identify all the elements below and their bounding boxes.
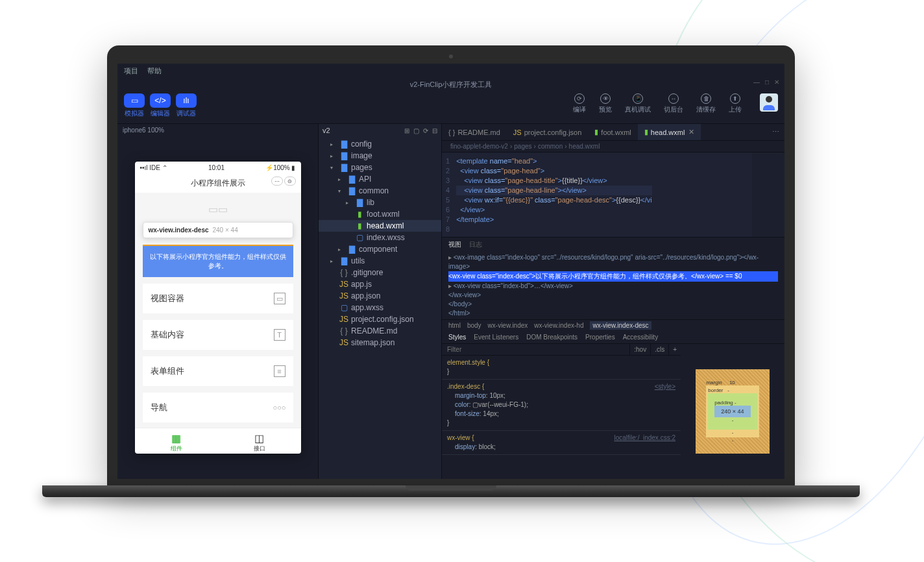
- toolbar-action[interactable]: 🗑清缓存: [696, 93, 716, 114]
- minimize-icon[interactable]: —: [753, 79, 760, 86]
- device-label[interactable]: iphone6 100%: [117, 124, 318, 136]
- simulator-panel: iphone6 100% ••ıl IDE ⌃ 10:01 ⚡100% ▮ 小程…: [117, 124, 319, 479]
- add-rule-icon[interactable]: +: [668, 344, 681, 355]
- styles-filter-input[interactable]: [442, 344, 629, 355]
- inspect-tooltip: wx-view.index-desc240 × 44: [143, 222, 293, 238]
- folder-node[interactable]: ▾▇pages: [319, 162, 441, 173]
- toolbar: ▭ </> ılı 模拟器 编辑器 调试器 ⟳编译👁预览📱真机调试↔切后台🗑清缓…: [117, 91, 784, 123]
- toolbar-action[interactable]: ⟳编译: [573, 93, 586, 114]
- file-node[interactable]: { }README.md: [319, 325, 441, 337]
- label-simulator: 模拟器: [124, 109, 145, 118]
- bottom-tab-view[interactable]: 视图: [448, 240, 461, 249]
- label-debugger: 调试器: [176, 109, 197, 118]
- editor-tab[interactable]: { }README.md: [442, 124, 507, 140]
- file-node[interactable]: ▢index.wxss: [319, 232, 441, 243]
- file-node[interactable]: ▢app.wxss: [319, 302, 441, 313]
- toolbar-action[interactable]: 👁预览: [599, 93, 612, 114]
- folder-node[interactable]: ▸▇lib: [319, 197, 441, 208]
- capsule-more-icon[interactable]: ⋯: [271, 177, 283, 186]
- file-node[interactable]: JSapp.json: [319, 290, 441, 302]
- label-editor: 编辑器: [150, 109, 171, 118]
- new-file-icon[interactable]: ⊞: [404, 127, 409, 134]
- nav-icon: ○○○: [274, 402, 286, 413]
- tab-api[interactable]: ◫接口: [218, 428, 301, 454]
- folder-node[interactable]: ▸▇component: [319, 243, 441, 255]
- file-node[interactable]: ▮head.wxml: [319, 220, 441, 232]
- devtab-accessibility[interactable]: Accessibility: [623, 334, 658, 341]
- app-title: 小程序组件展示: [191, 178, 245, 188]
- devtab-listeners[interactable]: Event Listeners: [474, 334, 518, 341]
- maximize-icon[interactable]: □: [765, 79, 769, 86]
- devtab-breakpoints[interactable]: DOM Breakpoints: [526, 334, 578, 341]
- text-icon: T: [274, 329, 286, 341]
- devtools-panel: 视图 日志 ▸ <wx-image class="index-logo" src…: [442, 237, 784, 479]
- file-node[interactable]: JSproject.config.json: [319, 313, 441, 325]
- dom-tree[interactable]: ▸ <wx-image class="index-logo" src="../r…: [442, 252, 784, 319]
- file-node[interactable]: JSapp.js: [319, 278, 441, 290]
- container-icon: ▭: [274, 293, 286, 304]
- camera-dot: [449, 55, 453, 58]
- close-tab-icon[interactable]: ✕: [688, 128, 694, 136]
- file-explorer: v2 ⊞ ▢ ⟳ ⊟ ▸▇config▸▇image▾▇pages▸▇API▾▇…: [319, 124, 442, 479]
- logo-placeholder: ▭▭: [143, 203, 293, 215]
- bottom-tab-log[interactable]: 日志: [469, 240, 482, 249]
- menubar: 项目 帮助: [117, 64, 784, 79]
- tab-components[interactable]: ▦组件: [135, 428, 218, 454]
- breadcrumb[interactable]: fino-applet-demo-v2›pages›common›head.wx…: [442, 141, 784, 153]
- menu-icon: ≡: [274, 365, 286, 377]
- editor-tab[interactable]: ▮foot.wxml: [588, 124, 637, 140]
- refresh-icon[interactable]: ⟳: [423, 127, 428, 134]
- status-time: 10:01: [208, 164, 225, 171]
- highlighted-element[interactable]: 以下将展示小程序官方组件能力，组件样式仅供参考。: [143, 245, 293, 277]
- toolbar-action[interactable]: ⬆上传: [729, 93, 742, 114]
- list-item[interactable]: 表单组件≡: [143, 356, 293, 386]
- cls-toggle[interactable]: .cls: [650, 344, 668, 355]
- titlebar: v2-FinClip小程序开发工具 — □ ✕: [117, 79, 784, 91]
- list-item[interactable]: 基础内容T: [143, 320, 293, 350]
- ide-window: 项目 帮助 v2-FinClip小程序开发工具 — □ ✕ ▭ </> ılı: [117, 64, 784, 479]
- editor-tab[interactable]: JSproject.config.json: [507, 124, 589, 140]
- hov-toggle[interactable]: :hov: [629, 344, 650, 355]
- styles-pane[interactable]: :hov .cls + element.style {} <style> .in…: [442, 344, 681, 479]
- editor-tabs: { }README.mdJSproject.config.json▮foot.w…: [442, 124, 784, 141]
- folder-node[interactable]: ▸▇image: [319, 150, 441, 162]
- devtab-styles[interactable]: Styles: [448, 334, 466, 341]
- folder-node[interactable]: ▸▇utils: [319, 255, 441, 267]
- avatar[interactable]: [760, 93, 778, 112]
- editor-toggle[interactable]: </>: [150, 93, 171, 108]
- folder-node[interactable]: ▸▇config: [319, 138, 441, 150]
- folder-node[interactable]: ▾▇common: [319, 185, 441, 197]
- minimap[interactable]: [752, 153, 784, 237]
- status-battery: ⚡100% ▮: [265, 164, 295, 171]
- capsule-close-icon[interactable]: ⊙: [284, 177, 296, 186]
- dom-breadcrumb[interactable]: htmlbodywx-view.indexwx-view.index-hdwx-…: [442, 319, 784, 331]
- file-node[interactable]: { }.gitignore: [319, 267, 441, 278]
- laptop-notch: [406, 485, 496, 491]
- folder-node[interactable]: ▸▇API: [319, 173, 441, 185]
- menu-help[interactable]: 帮助: [147, 66, 162, 76]
- box-model: margin 10 border - padding - 240 × 44 -: [681, 344, 784, 479]
- toolbar-action[interactable]: 📱真机调试: [625, 93, 651, 114]
- simulator-toggle[interactable]: ▭: [124, 93, 145, 108]
- toolbar-action[interactable]: ↔切后台: [664, 93, 683, 114]
- code-editor[interactable]: 12345678 <template name="head"> <view cl…: [442, 153, 784, 237]
- menu-project[interactable]: 项目: [124, 66, 138, 76]
- laptop-frame: 项目 帮助 v2-FinClip小程序开发工具 — □ ✕ ▭ </> ılı: [107, 45, 795, 497]
- project-root[interactable]: v2: [322, 127, 330, 134]
- new-folder-icon[interactable]: ▢: [413, 127, 419, 134]
- devtab-properties[interactable]: Properties: [585, 334, 615, 341]
- list-item[interactable]: 导航○○○: [143, 393, 293, 422]
- file-node[interactable]: ▮foot.wxml: [319, 208, 441, 220]
- phone-preview: ••ıl IDE ⌃ 10:01 ⚡100% ▮ 小程序组件展示 ⋯ ⊙: [135, 162, 301, 454]
- editor-tab[interactable]: ▮head.wxml✕: [638, 124, 701, 140]
- tabs-more-icon[interactable]: ⋯: [767, 124, 784, 140]
- close-icon[interactable]: ✕: [774, 79, 779, 86]
- status-left: ••ıl IDE ⌃: [140, 164, 167, 171]
- collapse-icon[interactable]: ⊟: [432, 127, 437, 134]
- list-item[interactable]: 视图容器▭: [143, 284, 293, 313]
- file-node[interactable]: JSsitemap.json: [319, 337, 441, 348]
- window-title: v2-FinClip小程序开发工具: [410, 80, 492, 88]
- debugger-toggle[interactable]: ılı: [176, 93, 197, 108]
